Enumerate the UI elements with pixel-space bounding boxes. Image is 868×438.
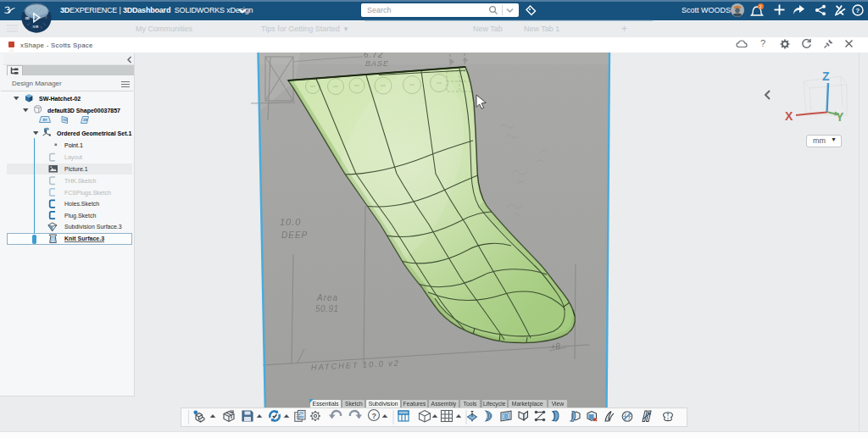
svg-text:?: ? (856, 7, 860, 14)
svg-text:I´: I´ (46, 16, 47, 19)
svg-text:Ordered Geometrical Set.1: Ordered Geometrical Set.1 (57, 130, 131, 136)
svg-text:Area: Area (316, 293, 338, 302)
svg-text:Plug.Sketch: Plug.Sketch (64, 213, 96, 219)
svg-text:Point.1: Point.1 (64, 142, 83, 148)
svg-text:50.91: 50.91 (315, 304, 339, 313)
svg-text:10.0: 10.0 (280, 217, 301, 227)
svg-text:THK.Sketch: THK.Sketch (64, 178, 96, 184)
svg-text:V.R: V.R (33, 25, 40, 29)
svg-text:BASE: BASE (365, 59, 389, 68)
svg-text:SW-Hatchet-02: SW-Hatchet-02 (39, 96, 81, 102)
svg-text:3D: 3D (25, 16, 30, 20)
svg-text:+8: +8 (550, 341, 561, 352)
svg-text:2: 2 (760, 4, 762, 9)
svg-text:YZ: YZ (63, 119, 68, 122)
svg-text:Z: Z (822, 69, 830, 83)
svg-text:FCSPlugs.Sketch: FCSPlugs.Sketch (64, 190, 111, 197)
svg-text:ZX: ZX (83, 119, 87, 122)
svg-text:6.72: 6.72 (364, 53, 383, 59)
svg-text:Holes.Sketch: Holes.Sketch (64, 201, 99, 207)
svg-text:Subdivision Surface.3: Subdivision Surface.3 (64, 224, 122, 230)
svg-text:Layout: Layout (64, 154, 82, 161)
svg-text:XY: XY (43, 119, 48, 122)
svg-text:DEEP: DEEP (281, 230, 308, 240)
svg-text:?: ? (372, 412, 377, 420)
svg-text:Y: Y (836, 110, 844, 124)
svg-text:Knit Surface.3: Knit Surface.3 (64, 236, 104, 241)
svg-text:X: X (785, 109, 793, 123)
svg-text:Picture.1: Picture.1 (64, 166, 88, 172)
svg-text:default3D Shape00037857: default3D Shape00037857 (47, 108, 120, 114)
